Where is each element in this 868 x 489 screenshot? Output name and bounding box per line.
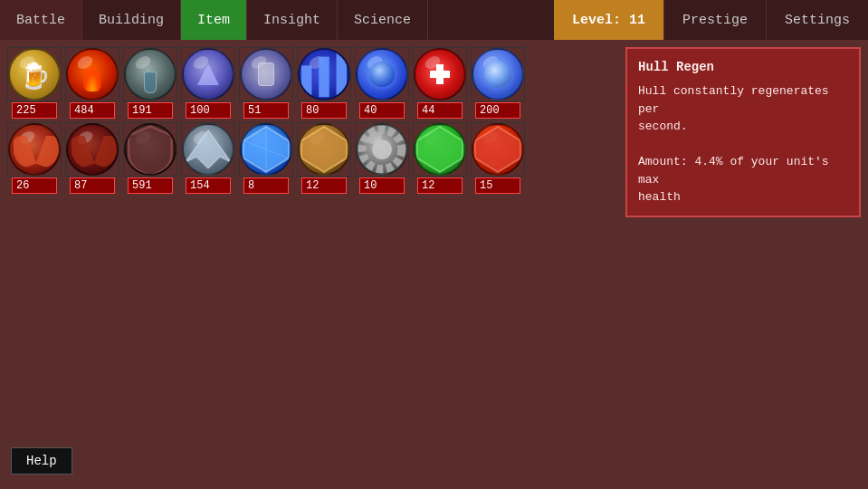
item-grid: 🍺 225 484 191 100 51 80 40 44 200 26 87 … <box>7 47 525 194</box>
item-count-fireball: 484 <box>70 102 115 119</box>
tab-battle[interactable]: Battle <box>0 0 82 40</box>
item-count-gem-green: 12 <box>417 177 463 194</box>
item-count-blue-sphere: 40 <box>359 102 405 119</box>
item-cell-wing-red: 26 <box>7 122 62 194</box>
tooltip-panel: Hull Regen Hull constantly regenerates p… <box>625 47 861 217</box>
item-count-medkit: 44 <box>417 102 463 119</box>
tab-science[interactable]: Science <box>338 0 428 40</box>
item-icon-gear-silver[interactable] <box>355 122 409 177</box>
tooltip-title: Hull Regen <box>638 58 848 77</box>
item-icon-wing-red[interactable] <box>7 122 62 177</box>
item-cell-blue-bars: 80 <box>297 47 351 119</box>
item-cell-flask: 191 <box>123 47 177 119</box>
item-cell-ship-silver: 154 <box>181 122 235 194</box>
item-icon-shield-dark[interactable] <box>123 122 177 177</box>
item-icon-blue-sphere[interactable] <box>355 47 409 101</box>
item-icon-gem-red[interactable] <box>471 122 525 177</box>
item-icon-blue-bars[interactable] <box>297 47 351 101</box>
item-icon-wing-dark[interactable] <box>65 122 119 177</box>
item-cell-gem-brown: 12 <box>297 122 351 194</box>
item-cell-orb-blue: 200 <box>471 47 525 119</box>
item-count-cylinder: 51 <box>243 102 289 119</box>
svg-marker-10 <box>475 127 520 172</box>
item-count-fighter: 100 <box>186 102 231 119</box>
tooltip-line: second. <box>638 118 848 136</box>
item-icon-fighter[interactable] <box>181 47 235 101</box>
item-icon-gem-brown[interactable] <box>297 122 351 177</box>
item-cell-gem-blue: 8 <box>239 122 293 194</box>
item-icon-flask[interactable] <box>123 47 177 101</box>
item-cell-wing-dark: 87 <box>65 122 119 194</box>
item-count-wing-red: 26 <box>12 177 57 194</box>
tooltip-line: health <box>638 188 848 206</box>
tab-insight[interactable]: Insight <box>247 0 338 40</box>
item-icon-ship-silver[interactable] <box>181 122 235 177</box>
tooltip-line: Hull constantly regenerates per <box>638 82 848 118</box>
item-count-shield-dark: 591 <box>128 177 173 194</box>
item-cell-fighter: 100 <box>181 47 235 119</box>
nav-spacer <box>428 0 554 40</box>
item-icon-cylinder[interactable] <box>239 47 293 101</box>
item-cell-medkit: 44 <box>413 47 467 119</box>
nav-bar: Battle Building Item Insight Science Lev… <box>0 0 868 40</box>
item-row-1: 🍺 225 484 191 100 51 80 40 44 200 <box>7 47 525 119</box>
svg-rect-1 <box>319 57 329 97</box>
item-icon-fireball[interactable] <box>65 47 119 101</box>
item-count-blue-bars: 80 <box>301 102 347 119</box>
item-count-gem-red: 15 <box>475 177 520 194</box>
item-icon-mug[interactable]: 🍺 <box>7 47 62 101</box>
svg-rect-0 <box>301 65 312 97</box>
item-count-flask: 191 <box>128 102 173 119</box>
item-icon-medkit[interactable] <box>413 47 467 101</box>
tab-item[interactable]: Item <box>181 0 247 40</box>
item-cell-gem-green: 12 <box>413 122 467 194</box>
tab-building[interactable]: Building <box>82 0 181 40</box>
item-cell-shield-dark: 591 <box>123 122 177 194</box>
settings-button[interactable]: Settings <box>766 0 868 40</box>
item-cell-cylinder: 51 <box>239 47 293 119</box>
item-count-gem-blue: 8 <box>243 177 289 194</box>
prestige-button[interactable]: Prestige <box>663 0 766 40</box>
svg-marker-6 <box>301 127 347 172</box>
level-badge: Level: 11 <box>554 0 663 40</box>
svg-point-7 <box>372 139 392 159</box>
item-icon-orb-blue[interactable] <box>471 47 525 101</box>
item-count-mug: 225 <box>12 102 57 119</box>
item-row-2: 26 87 591 154 8 12 10 12 15 <box>7 122 525 194</box>
item-cell-gear-silver: 10 <box>355 122 409 194</box>
item-cell-gem-red: 15 <box>471 122 525 194</box>
help-button[interactable]: Help <box>11 447 72 475</box>
svg-marker-9 <box>417 127 463 172</box>
item-cell-fireball: 484 <box>65 47 119 119</box>
svg-rect-2 <box>337 48 348 97</box>
item-cell-mug: 🍺 225 <box>7 47 62 119</box>
item-count-orb-blue: 200 <box>475 102 520 119</box>
item-cell-blue-sphere: 40 <box>355 47 409 119</box>
tooltip-body: Hull constantly regenerates persecond.Am… <box>638 82 848 206</box>
item-icon-gem-green[interactable] <box>413 122 467 177</box>
nav-right-buttons: Prestige Settings <box>663 0 868 40</box>
item-count-gem-brown: 12 <box>301 177 347 194</box>
item-count-gear-silver: 10 <box>359 177 405 194</box>
tooltip-line: Amount: 4.4% of your unit's max <box>638 153 848 188</box>
item-icon-gem-blue[interactable] <box>239 122 293 177</box>
item-count-wing-dark: 87 <box>70 177 115 194</box>
item-count-ship-silver: 154 <box>186 177 231 194</box>
